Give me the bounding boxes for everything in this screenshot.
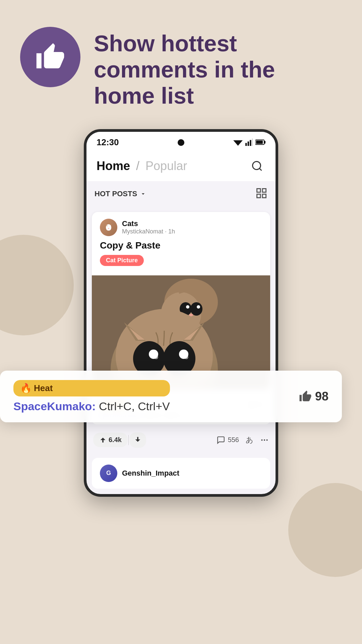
fire-emoji-large: 🔥 xyxy=(20,383,32,394)
signal-icon xyxy=(245,139,253,146)
header-title: Show hottest comments in the home list xyxy=(94,27,342,109)
svg-rect-6 xyxy=(264,141,265,144)
phone-wrapper: 12:30 xyxy=(0,129,362,497)
heat-badge-large: 🔥 Heat xyxy=(13,380,170,396)
more-button[interactable] xyxy=(260,436,269,444)
comment-button[interactable]: 556 xyxy=(217,436,239,444)
next-post-avatar: G xyxy=(100,465,117,482)
post-tag[interactable]: Cat Picture xyxy=(100,255,144,266)
app-nav-header: Home / Popular xyxy=(86,151,276,181)
svg-point-38 xyxy=(184,355,188,359)
floating-like-number: 98 xyxy=(315,389,328,404)
time-ago: 1h xyxy=(168,228,175,235)
svg-point-15 xyxy=(109,226,110,228)
svg-point-46 xyxy=(261,439,262,440)
battery-icon xyxy=(255,139,265,146)
svg-rect-7 xyxy=(256,141,263,144)
nav-secondary: Popular xyxy=(145,159,187,173)
bg-decoration-right xyxy=(288,483,362,577)
floating-like-count: 98 xyxy=(299,389,328,404)
search-icon xyxy=(251,160,263,172)
svg-rect-11 xyxy=(262,189,266,192)
filter-bar: HOT POSTS xyxy=(86,181,276,207)
status-bar: 12:30 xyxy=(86,132,276,151)
svg-point-37 xyxy=(154,355,158,359)
more-icon xyxy=(260,436,269,444)
next-post-preview: G Genshin_Impact xyxy=(92,458,270,489)
post-meta-text: Cats MystickaNomat · 1h xyxy=(122,219,175,235)
svg-rect-4 xyxy=(252,139,253,146)
floating-comment-content: 🔥 Heat SpaceKumako: Ctrl+C, Ctrl+V xyxy=(13,380,170,413)
vote-divider xyxy=(128,435,129,445)
svg-point-22 xyxy=(186,305,189,309)
post-actions: 6.4k 556 あ xyxy=(86,428,276,452)
svg-rect-2 xyxy=(248,142,249,146)
upvote-count: 6.4k xyxy=(109,436,122,444)
post-actions-right: 556 あ xyxy=(217,435,269,445)
wifi-icon xyxy=(233,139,243,146)
upvote-button[interactable]: 6.4k xyxy=(93,433,128,447)
post-time: · xyxy=(165,228,168,235)
floating-comment-overlay: 🔥 Heat SpaceKumako: Ctrl+C, Ctrl+V 98 xyxy=(0,371,342,422)
svg-point-14 xyxy=(107,226,108,228)
svg-point-23 xyxy=(197,305,200,309)
svg-rect-3 xyxy=(250,140,251,146)
svg-marker-0 xyxy=(233,140,243,146)
heat-label-large: Heat xyxy=(34,383,53,393)
phone-frame: 12:30 xyxy=(84,129,278,497)
chevron-down-icon xyxy=(140,191,146,197)
font-icon: あ xyxy=(246,435,253,445)
downvote-icon xyxy=(134,436,141,443)
layout-icon xyxy=(255,187,267,199)
post-card: Cats MystickaNomat · 1h Copy & Paste Cat… xyxy=(92,212,270,389)
user-time: MystickaNomat · 1h xyxy=(122,228,175,235)
downvote-button[interactable] xyxy=(129,432,146,448)
comment-count: 556 xyxy=(228,436,239,444)
svg-point-48 xyxy=(266,439,267,440)
community-avatar-icon xyxy=(103,222,114,233)
nav-separator: / xyxy=(136,159,139,173)
svg-point-47 xyxy=(264,439,265,440)
thumbs-up-icon-circle xyxy=(20,27,80,87)
font-button[interactable]: あ xyxy=(246,435,253,445)
floating-commenter-name: SpaceKumako: xyxy=(13,400,96,413)
hot-posts-label: HOT POSTS xyxy=(95,190,137,198)
header-section: Show hottest comments in the home list xyxy=(0,0,362,129)
svg-rect-12 xyxy=(257,194,261,198)
search-button[interactable] xyxy=(249,158,265,174)
status-time: 12:30 xyxy=(97,137,119,148)
comment-text-large: SpaceKumako: Ctrl+C, Ctrl+V xyxy=(13,400,170,413)
post-header: Cats MystickaNomat · 1h Copy & Paste Cat… xyxy=(92,212,270,275)
hot-posts-filter[interactable]: HOT POSTS xyxy=(95,190,146,198)
svg-rect-13 xyxy=(262,194,266,198)
upvote-icon xyxy=(99,436,107,444)
status-icons xyxy=(233,139,265,146)
camera-dot xyxy=(178,139,184,146)
floating-comment-body: Ctrl+C, Ctrl+V xyxy=(99,400,170,413)
nav-title: Home / Popular xyxy=(97,159,187,173)
avatar xyxy=(100,219,117,236)
svg-point-16 xyxy=(108,228,109,229)
like-icon-large xyxy=(299,390,312,403)
post-meta: Cats MystickaNomat · 1h xyxy=(100,219,262,236)
svg-point-8 xyxy=(253,161,261,169)
svg-point-21 xyxy=(190,302,202,316)
svg-line-9 xyxy=(259,168,262,171)
comment-icon xyxy=(217,436,225,444)
nav-primary: Home xyxy=(97,159,130,173)
svg-rect-10 xyxy=(257,189,261,192)
layout-toggle[interactable] xyxy=(255,187,267,201)
next-post-community: Genshin_Impact xyxy=(122,469,179,478)
svg-rect-1 xyxy=(245,143,247,146)
community-name[interactable]: Cats xyxy=(122,219,175,228)
username: MystickaNomat xyxy=(122,228,163,235)
next-avatar-letter: G xyxy=(106,470,111,477)
thumbs-up-icon xyxy=(35,42,65,72)
post-title: Copy & Paste xyxy=(100,240,262,251)
